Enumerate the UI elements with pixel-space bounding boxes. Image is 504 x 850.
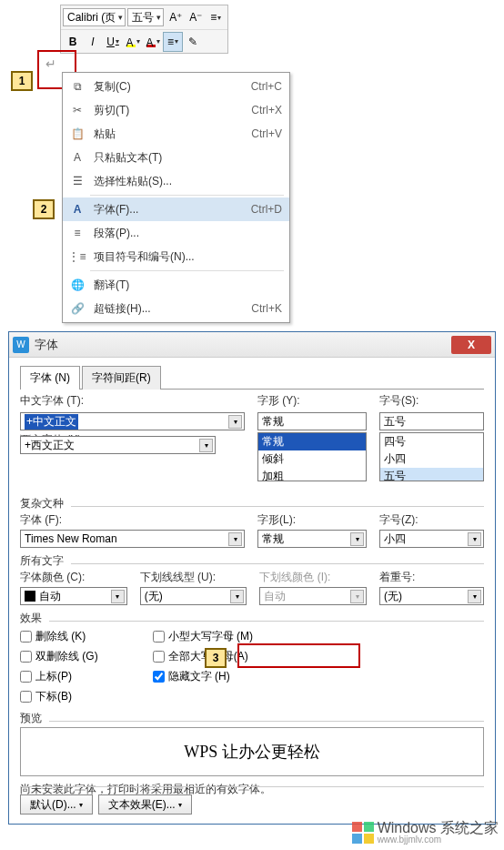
menu-paste-text[interactable]: A 只粘贴文本(T) — [63, 146, 289, 169]
font-size-value: 五号 — [132, 10, 154, 25]
scissors-icon: ✂ — [68, 101, 86, 119]
redbox-3 — [237, 643, 360, 668]
menu-bullets[interactable]: ⋮≡ 项目符号和编号(N)... — [63, 245, 289, 268]
dialog-titlebar: W 字体 X — [9, 332, 495, 358]
menu-paste[interactable]: 📋 粘贴 Ctrl+V — [63, 122, 289, 146]
cn-font-dropdown[interactable]: +中文正文▾ — [20, 412, 245, 430]
emphasis-value: (无) — [384, 589, 402, 604]
watermark-title: Windows 系统之家 — [378, 821, 499, 835]
watermark: Windows 系统之家 www.bjjmlv.com — [352, 821, 499, 845]
line-spacing-button[interactable]: ≡ — [206, 7, 226, 27]
small-caps-label: 小型大写字母 (M) — [168, 629, 253, 644]
menu-copy[interactable]: ⧉ 复制(C) Ctrl+C — [63, 75, 289, 98]
cn-font-value: +中文正文 — [25, 414, 78, 430]
cn-font-label: 中文字体 (T): — [20, 393, 245, 409]
menu-copy-shortcut: Ctrl+C — [251, 80, 282, 93]
bold-button[interactable]: B — [63, 32, 83, 52]
paste-text-icon: A — [68, 148, 86, 167]
size-input[interactable]: 五号 — [379, 412, 484, 430]
tab-font[interactable]: 字体 (N) — [20, 366, 80, 390]
default-button[interactable]: 默认(D)... — [20, 794, 93, 815]
font-name-value: Calibri (页 — [67, 10, 116, 25]
strike-label: 删除线 (K) — [35, 629, 86, 644]
en-font-dropdown[interactable]: +西文正文▾ — [20, 436, 216, 454]
menu-paste-shortcut: Ctrl+V — [251, 127, 282, 140]
italic-button[interactable]: I — [83, 32, 103, 52]
menu-separator — [90, 195, 284, 196]
menu-paste-special[interactable]: ☰ 选择性粘贴(S)... — [63, 169, 289, 193]
highlight-icon: A — [126, 36, 136, 47]
dbl-strike-label: 双删除线 (G) — [35, 649, 98, 664]
dialog-title: 字体 — [35, 337, 451, 353]
font-name-dropdown[interactable]: Calibri (页▾ — [63, 8, 126, 26]
hidden-checkbox[interactable]: 隐藏文字 (H) — [153, 667, 253, 685]
menu-font[interactable]: A 字体(F)... Ctrl+D — [63, 197, 289, 221]
font-color-button[interactable]: A — [143, 32, 163, 52]
menu-separator — [90, 270, 284, 271]
subscript-checkbox[interactable]: 下标(B) — [20, 687, 98, 705]
preview-text: WPS 让办公更轻松 — [184, 741, 320, 763]
bullets-icon: ⋮≡ — [68, 248, 86, 266]
context-menu: ⧉ 复制(C) Ctrl+C ✂ 剪切(T) Ctrl+X 📋 粘贴 Ctrl+… — [62, 72, 290, 323]
dialog-tabs: 字体 (N) 字符间距(R) — [20, 365, 484, 390]
menu-font-shortcut: Ctrl+D — [251, 203, 282, 216]
complex-style-value: 常规 — [262, 531, 284, 547]
complex-size-dropdown[interactable]: 小四▾ — [379, 530, 484, 548]
preview-header: 预览 — [20, 711, 484, 726]
menu-cut-shortcut: Ctrl+X — [251, 104, 282, 116]
menu-paragraph[interactable]: ≡ 段落(P)... — [63, 221, 289, 245]
size-value: 五号 — [384, 414, 406, 430]
underline-style-value: (无) — [145, 589, 163, 604]
underline-color-value: 自动 — [264, 589, 286, 604]
menu-translate-label: 翻译(T) — [94, 278, 282, 293]
small-caps-checkbox[interactable]: 小型大写字母 (M) — [153, 627, 253, 645]
strike-checkbox[interactable]: 删除线 (K) — [20, 627, 98, 645]
copy-icon: ⧉ — [68, 77, 86, 96]
font-dialog: W 字体 X 字体 (N) 字符间距(R) 中文字体 (T): 字形 (Y): … — [8, 331, 496, 825]
complex-size-label: 字号(Z): — [379, 512, 484, 528]
underline-button[interactable]: U — [103, 32, 123, 52]
decrease-font-button[interactable]: A⁻ — [186, 7, 206, 27]
tab-spacing[interactable]: 字符间距(R) — [82, 366, 161, 390]
underline-style-dropdown[interactable]: (无)▾ — [140, 587, 247, 605]
align-button[interactable]: ≡ — [163, 32, 183, 52]
menu-translate[interactable]: 🌐 翻译(T) — [63, 273, 289, 297]
complex-size-value: 小四 — [384, 531, 406, 547]
hidden-label: 隐藏文字 (H) — [168, 669, 230, 684]
preview-box: WPS 让办公更轻松 — [20, 727, 484, 776]
menu-paste-text-label: 只粘贴文本(T) — [94, 150, 282, 166]
font-color-dropdown[interactable]: 自动▾ — [20, 587, 127, 605]
all-text-header: 所有文字 — [20, 553, 484, 569]
emphasis-dropdown[interactable]: (无)▾ — [379, 587, 484, 605]
increase-font-button[interactable]: A⁺ — [166, 7, 186, 27]
menu-hyperlink[interactable]: 🔗 超链接(H)... Ctrl+K — [63, 297, 289, 320]
menu-cut-label: 剪切(T) — [94, 103, 251, 118]
menu-hyperlink-label: 超链接(H)... — [94, 301, 251, 317]
style-input[interactable]: 常规 — [257, 412, 367, 430]
windows-logo-icon — [352, 822, 374, 844]
complex-font-label: 字体 (F): — [20, 512, 245, 528]
superscript-label: 上标(P) — [35, 669, 72, 684]
effects-header: 效果 — [20, 611, 484, 626]
text-effects-button[interactable]: 文本效果(E)... — [98, 794, 192, 815]
complex-style-dropdown[interactable]: 常规▾ — [257, 530, 367, 548]
format-painter-button[interactable]: ✎ — [183, 32, 203, 52]
complex-font-dropdown[interactable]: Times New Roman▾ — [20, 530, 245, 548]
font-color-icon: A — [146, 36, 156, 47]
hyperlink-icon: 🔗 — [68, 299, 86, 318]
paragraph-icon: ≡ — [68, 224, 86, 242]
style-opt-bold[interactable]: 加粗 — [258, 468, 366, 481]
menu-cut[interactable]: ✂ 剪切(T) Ctrl+X — [63, 98, 289, 122]
clipboard-icon: 📋 — [68, 125, 86, 143]
menu-font-label: 字体(F)... — [94, 202, 251, 218]
close-button[interactable]: X — [451, 336, 491, 354]
menu-paste-special-label: 选择性粘贴(S)... — [94, 174, 282, 189]
superscript-checkbox[interactable]: 上标(P) — [20, 667, 98, 685]
menu-paste-label: 粘贴 — [94, 126, 251, 142]
complex-font-value: Times New Roman — [25, 532, 117, 545]
size-opt-2[interactable]: 五号 — [380, 468, 483, 481]
highlight-button[interactable]: A — [123, 32, 143, 52]
style-value: 常规 — [262, 414, 284, 430]
font-size-dropdown[interactable]: 五号▾ — [127, 8, 164, 26]
dbl-strike-checkbox[interactable]: 双删除线 (G) — [20, 647, 98, 665]
